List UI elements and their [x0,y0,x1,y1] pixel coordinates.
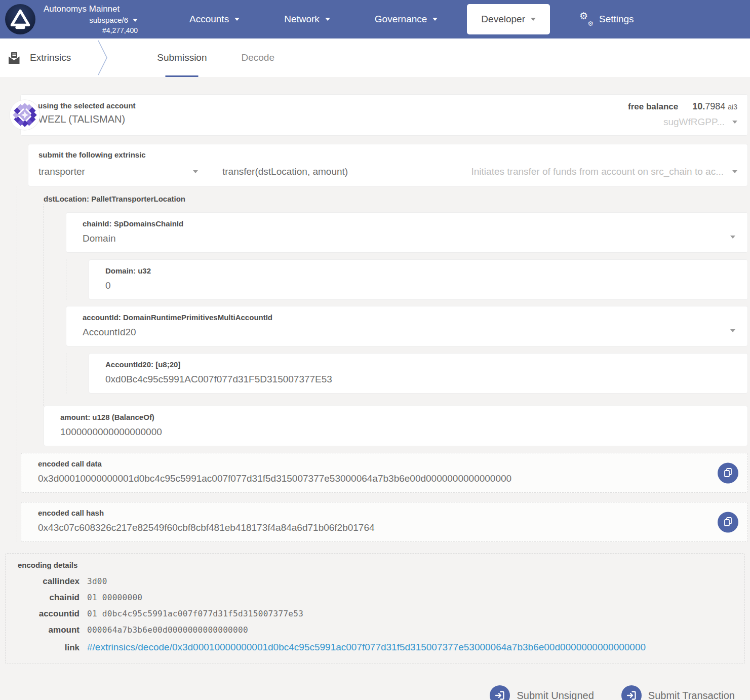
encoding-details-rows: callindex 3d00 chainid 01 00000000 accou… [18,576,732,653]
nav-governance[interactable]: Governance [352,0,460,38]
chevron-down-icon [531,18,536,21]
submit-transaction-label: Submit Transaction [648,690,735,700]
top-navbar: Autonomys Mainnet subspace/6 #4,277,400 … [0,0,750,38]
balance-fraction: 7984 [705,101,725,112]
chevron-down-icon [133,19,138,22]
chain-id-value: Domain [83,232,717,245]
chevron-down-icon [730,236,735,239]
chevron-down-icon [730,329,735,332]
encoded-call-data-value: 0x3d00010000000001d0bc4c95c5991ac007f077… [38,473,702,485]
domain-label: Domain: u32 [105,266,717,276]
nav-network[interactable]: Network [262,0,352,38]
network-name: subspace/6 [89,15,128,25]
account-id20-label: AccountId20: [u8;20] [105,360,717,369]
copy-icon [723,468,733,479]
main-content: using the selected account WEZL (TALISMA… [0,77,750,700]
extrinsic-form: submit the following extrinsic transport… [28,144,748,186]
encoding-row-value: 3d00 [87,576,732,586]
account-selector[interactable]: using the selected account WEZL (TALISMA… [20,94,748,136]
chevron-down-icon [325,18,330,21]
pallet-select[interactable]: transporter [38,166,198,177]
copy-call-hash-button[interactable] [718,512,738,532]
extrinsic-label: submit the following extrinsic [38,150,737,160]
autonomys-logo-glyph [6,5,34,33]
balance-unit: ai3 [728,103,737,111]
encoding-row-value: 000064a7b3b6e00d0000000000000000 [87,625,732,635]
nav-developer-label: Developer [481,14,525,25]
brand: Autonomys Mainnet subspace/6 #4,277,400 [0,0,146,38]
amount-input[interactable]: amount: u128 (BalanceOf) 100000000000000… [44,406,748,446]
params-area: dstLocation: PalletTransporterLocation c… [17,186,748,542]
param-dstlocation-label: dstLocation: PalletTransporterLocation [44,191,748,204]
chain-title: Autonomys Mainnet [44,4,138,14]
chain-id-group: Domain: u32 0 [66,259,748,300]
encoding-row-label: chainid [18,593,80,603]
tab-submission[interactable]: Submission [140,38,224,77]
method-description-select[interactable]: Initiates transfer of funds from account… [471,166,737,177]
tab-bar: Extrinsics Submission Decode [0,38,750,77]
submit-unsigned-button[interactable]: Submit Unsigned [490,685,594,700]
encoded-call-hash: encoded call hash 0x43c07c608326c217e825… [21,502,748,542]
pallet-select-value: transporter [38,166,85,177]
extrinsic-row: transporter transfer(dstLocation, amount… [38,166,737,177]
main-menu: Accounts Network Governance Developer ⚙ … [167,0,656,38]
account-id-group: AccountId20: [u8;20] 0xd0Bc4c95c5991AC00… [66,353,748,394]
gears-icon: ⚙ ⚙ [579,13,594,26]
method-select-value: transfer(dstLocation, amount) [222,166,348,177]
free-balance-row: free balance 10. 7984 ai3 [628,101,737,112]
breadcrumb-chevron [97,40,108,76]
tab-submission-label: Submission [157,52,207,63]
chevron-down-icon [432,18,438,21]
encoding-row-label: accountid [18,609,80,619]
method-description: Initiates transfer of funds from account… [471,166,724,177]
account-identicon[interactable] [9,99,41,131]
method-select[interactable]: transfer(dstLocation, amount) [222,166,348,177]
account-id-select[interactable]: accountId: DomainRuntimePrimitivesMultiA… [66,306,748,346]
nav-settings-label: Settings [599,14,634,25]
chevron-down-icon [234,18,240,21]
submit-unsigned-label: Submit Unsigned [517,690,594,700]
encoding-details: encoding details callindex 3d00 chainid … [5,553,745,664]
account-id-value: AccountId20 [83,326,717,338]
network-selector[interactable]: subspace/6 [89,15,138,25]
nav-governance-label: Governance [375,14,427,25]
free-balance-label: free balance [628,102,678,112]
nav-network-label: Network [284,14,320,25]
copy-call-data-button[interactable] [718,462,738,483]
brand-text: Autonomys Mainnet subspace/6 #4,277,400 [44,0,138,38]
nav-settings[interactable]: ⚙ ⚙ Settings [557,0,656,38]
account-id20-input[interactable]: AccountId20: [u8;20] 0xd0Bc4c95c5991AC00… [89,353,748,394]
domain-input[interactable]: Domain: u32 0 [89,259,748,300]
link-label: link [18,643,80,653]
encoding-row-value: 01 d0bc4c95c5991ac007f077d31f5d315007377… [87,609,732,618]
section-head: Extrinsics [0,38,71,77]
domain-value: 0 [105,280,717,292]
tabs: Submission Decode [140,38,292,77]
account-address-short: sugWfRGPP... [663,116,725,128]
block-number: #4,277,400 [102,26,138,35]
encoded-call-data: encoded call data 0x3d00010000000001d0bc… [21,453,748,493]
tab-decode-label: Decode [242,52,275,63]
nav-accounts[interactable]: Accounts [167,0,262,38]
amount-label: amount: u128 (BalanceOf) [60,413,717,422]
nav-developer[interactable]: Developer [467,4,550,34]
submit-transaction-button[interactable]: Submit Transaction [621,685,735,700]
copy-icon [723,517,733,528]
chain-id-select[interactable]: chainId: SpDomainsChainId Domain [66,212,748,253]
account-address-row[interactable]: sugWfRGPP... [628,116,737,128]
amount-value: 1000000000000000000 [60,426,717,438]
chevron-down-icon [732,121,737,124]
encoding-row-value: 01 00000000 [87,593,732,602]
encoded-call-data-label: encoded call data [38,459,702,469]
footer-actions: Submit Unsigned Submit Transaction [0,685,735,700]
mail-icon [7,51,21,65]
nav-accounts-label: Accounts [189,14,229,25]
chain-id-label: chainId: SpDomainsChainId [83,219,717,228]
tab-decode[interactable]: Decode [224,38,292,77]
page-title: Extrinsics [30,52,71,63]
account-balance-block[interactable]: free balance 10. 7984 ai3 sugWfRGPP... [628,101,737,128]
autonomys-logo [5,4,35,34]
decode-link[interactable]: #/extrinsics/decode/0x3d00010000000001d0… [87,642,646,652]
chevron-down-icon [732,170,737,173]
chevron-down-icon [193,170,198,173]
